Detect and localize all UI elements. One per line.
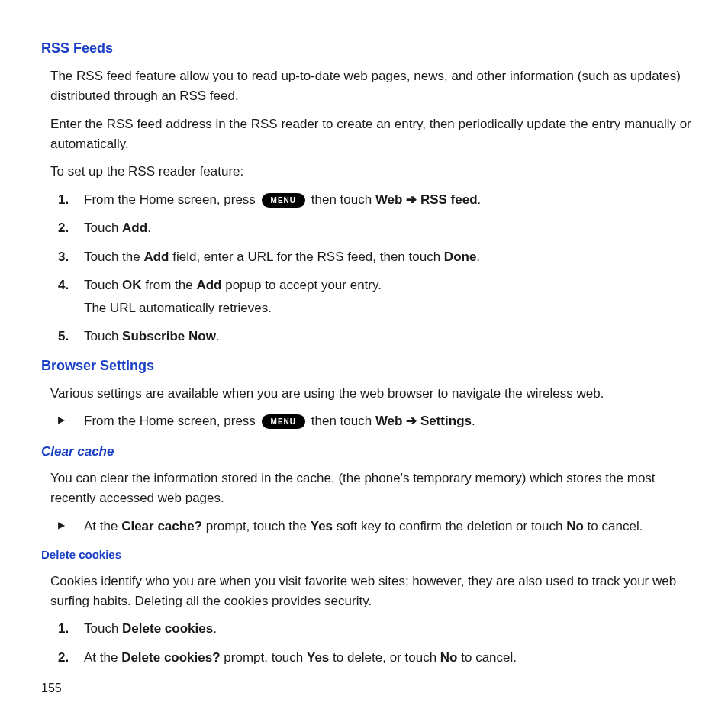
menu-key-icon: MENU <box>262 414 305 429</box>
text-bold: Yes <box>311 519 333 533</box>
rss-step-5: Touch Subscribe Now. <box>50 327 691 346</box>
cache-bullet-1: At the Clear cache? prompt, touch the Ye… <box>50 517 691 536</box>
arrow-icon: ➔ <box>402 414 420 428</box>
browser-bullet-1: From the Home screen, press MENU then to… <box>50 411 691 431</box>
text: Touch <box>84 621 122 636</box>
text-bold: Delete cookies <box>122 621 213 636</box>
text-bold: RSS feed <box>420 192 478 207</box>
text: popup to accept your entry. <box>221 278 381 292</box>
text-bold: Clear cache? <box>121 519 202 533</box>
text: At the <box>84 650 121 665</box>
cookies-step-2: At the Delete cookies? prompt, touch Yes… <box>50 648 691 668</box>
arrow-icon: ➔ <box>402 192 420 207</box>
text: then touch <box>308 414 375 428</box>
text-bold: Done <box>444 250 477 264</box>
rss-intro-1: The RSS feed feature allow you to read u… <box>50 66 691 107</box>
text: prompt, touch the <box>202 519 311 533</box>
rss-steps: From the Home screen, press MENU then to… <box>50 190 691 346</box>
rss-step-4: Touch OK from the Add popup to accept yo… <box>50 275 691 317</box>
text: Touch <box>84 329 122 343</box>
text: Touch <box>84 278 122 292</box>
text-bold: Add <box>143 250 169 264</box>
text-bold: Web <box>375 414 403 428</box>
cookies-step-1: Touch Delete cookies. <box>50 619 691 639</box>
text: Touch the <box>84 250 143 264</box>
text: field, enter a URL for the RSS feed, the… <box>169 250 444 264</box>
rss-step-2: Touch Add. <box>50 218 691 238</box>
rss-step-4-sub: The URL automatically retrieves. <box>84 298 691 318</box>
text-bold: Settings <box>420 414 472 428</box>
text: soft key to confirm the deletion or touc… <box>333 519 566 533</box>
text: then touch <box>308 192 375 207</box>
text: prompt, touch <box>221 650 307 665</box>
text: to cancel. <box>458 650 517 665</box>
menu-key-icon: MENU <box>262 193 305 208</box>
cache-intro: You can clear the information stored in … <box>50 469 691 509</box>
text-bold: Delete cookies? <box>121 650 220 665</box>
text-bold: Add <box>196 278 221 292</box>
heading-rss-feeds: RSS Feeds <box>41 38 691 59</box>
rss-setup-label: To set up the RSS reader feature: <box>50 162 691 182</box>
browser-intro: Various settings are available when you … <box>50 384 691 404</box>
text-bold: No <box>440 650 458 665</box>
text-bold: Web <box>375 192 403 207</box>
rss-step-1: From the Home screen, press MENU then to… <box>50 190 691 210</box>
heading-delete-cookies: Delete cookies <box>41 546 691 564</box>
cookies-intro: Cookies identify who you are when you vi… <box>50 572 691 612</box>
rss-intro-2: Enter the RSS feed address in the RSS re… <box>50 114 691 155</box>
text: From the Home screen, press <box>84 192 259 207</box>
text-bold: Add <box>122 221 147 235</box>
rss-step-3: Touch the Add field, enter a URL for the… <box>50 247 691 267</box>
text: from the <box>142 278 197 292</box>
text: At the <box>84 519 121 533</box>
text: From the Home screen, press <box>84 414 259 428</box>
text-bold: No <box>566 519 584 533</box>
heading-clear-cache: Clear cache <box>41 442 691 462</box>
text: to delete, or touch <box>329 650 440 665</box>
cookies-steps: Touch Delete cookies. At the Delete cook… <box>50 619 691 667</box>
text-bold: Yes <box>307 650 329 665</box>
heading-browser-settings: Browser Settings <box>41 356 691 376</box>
text-bold: OK <box>122 278 142 292</box>
text-bold: Subscribe Now <box>122 329 216 343</box>
text: Touch <box>84 221 122 235</box>
text: to cancel. <box>584 519 643 533</box>
page-number: 155 <box>41 679 62 697</box>
